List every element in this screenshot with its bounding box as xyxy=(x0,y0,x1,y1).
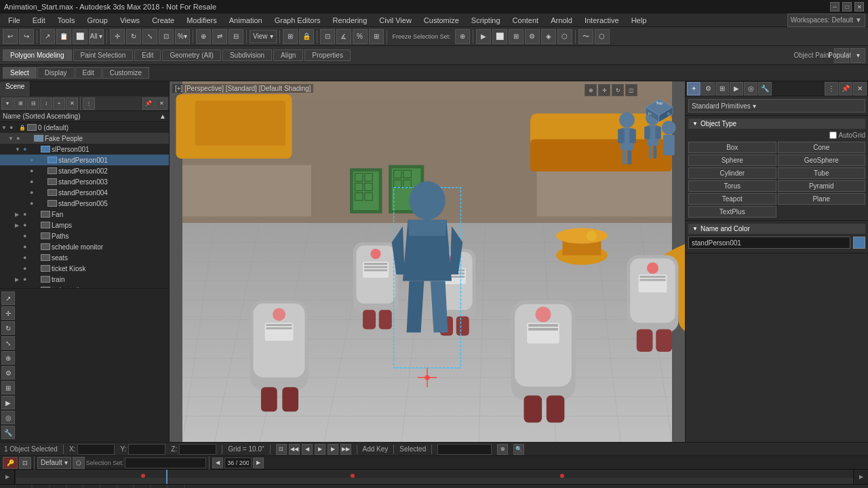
eye-icon[interactable]: ● xyxy=(30,200,38,207)
maximize-button[interactable]: □ xyxy=(842,2,852,12)
autogrid-checkbox[interactable] xyxy=(829,131,837,139)
snaps-toggle[interactable]: ⊡ xyxy=(320,29,335,44)
list-item[interactable]: ● standPerson004 xyxy=(0,187,169,198)
scale-button[interactable]: ⤡ xyxy=(142,29,157,44)
display-tab-btn[interactable]: ◎ xyxy=(744,82,757,96)
utilities-tab-btn[interactable]: 🔧 xyxy=(758,82,772,96)
select-filter-dropdown[interactable]: All ▾ xyxy=(89,29,104,44)
vp-orbit-btn[interactable]: ↻ xyxy=(612,84,624,96)
left-tool-select[interactable]: ↗ xyxy=(1,291,15,305)
next-key-btn[interactable]: ▶ xyxy=(328,444,338,455)
obj-btn-sphere[interactable]: Sphere xyxy=(688,155,776,166)
tab-geometry-all[interactable]: Geometry (All) xyxy=(162,49,220,61)
play-btn[interactable]: ▶ xyxy=(315,444,326,455)
primitives-dropdown[interactable]: Standard Primitives ▾ xyxy=(688,99,865,113)
object-name-input[interactable] xyxy=(688,237,850,249)
zoom-input-btn[interactable]: ⊕ xyxy=(497,444,508,455)
obj-btn-box[interactable]: Box xyxy=(688,142,776,153)
subtab-customize[interactable]: Customize xyxy=(102,67,149,79)
subtab-edit[interactable]: Edit xyxy=(75,67,102,79)
eye-icon[interactable]: ● xyxy=(23,232,31,239)
selection-set-input[interactable] xyxy=(125,458,206,468)
eye-icon[interactable]: ● xyxy=(9,124,18,131)
list-item[interactable]: ▼ ● 🔒 0 (default) xyxy=(0,122,169,133)
scene-collapse-btn[interactable]: ⊟ xyxy=(27,98,39,110)
list-item[interactable]: ▶ ● train xyxy=(0,274,169,285)
populate-button[interactable]: Populate xyxy=(834,48,849,63)
obj-btn-pyramid[interactable]: Pyramid xyxy=(778,180,866,192)
list-item[interactable]: ● Paths xyxy=(0,230,169,241)
navigation-cube[interactable]: Top Fr R xyxy=(639,87,679,127)
create-tab-btn[interactable]: ✦ xyxy=(687,82,701,96)
prev-key-btn[interactable]: ◀ xyxy=(302,444,313,455)
mirror-button[interactable]: ⇌ xyxy=(212,29,227,44)
material-editor-btn[interactable]: ⬡ xyxy=(557,29,572,44)
eye-icon[interactable]: ● xyxy=(23,243,31,250)
selected-set-input[interactable] xyxy=(437,444,492,455)
left-tool-utilities[interactable]: 🔧 xyxy=(1,426,15,439)
left-tool-hierarchy[interactable]: ⊞ xyxy=(1,381,15,394)
menu-edit[interactable]: Edit xyxy=(27,16,51,25)
scene-options-btn[interactable]: ⋮ xyxy=(83,98,95,110)
render-frame-btn[interactable]: ⬜ xyxy=(492,29,507,44)
left-tool-create[interactable]: ⊕ xyxy=(1,351,15,365)
list-item[interactable]: ▼ ● slPerson001 xyxy=(0,144,169,155)
menu-animation[interactable]: Animation xyxy=(224,16,268,25)
menu-scripting[interactable]: Scripting xyxy=(466,16,506,25)
y-coord-field[interactable]: Y: xyxy=(120,444,165,455)
left-tool-rotate[interactable]: ↻ xyxy=(1,321,15,335)
create-sel-button[interactable]: ⊕ xyxy=(455,29,470,44)
eye-icon[interactable]: ● xyxy=(23,276,31,283)
timeline-expand-btn[interactable]: ▶ xyxy=(0,470,15,484)
menu-help[interactable]: Help xyxy=(626,16,652,25)
align-button[interactable]: ⊟ xyxy=(229,29,243,44)
mode-dropdown[interactable]: Default ▾ xyxy=(37,457,71,469)
select-by-name-button[interactable]: 📋 xyxy=(56,29,71,44)
object-type-header[interactable]: ▼ Object Type xyxy=(688,119,865,129)
eye-icon[interactable]: ● xyxy=(23,146,31,152)
tab-properties[interactable]: Properties xyxy=(304,49,351,61)
rp-close-btn[interactable]: ✕ xyxy=(853,82,867,96)
eye-icon[interactable]: ● xyxy=(30,167,38,174)
scene-pin-btn[interactable]: 📌 xyxy=(142,98,155,110)
close-button[interactable]: ✕ xyxy=(854,2,864,12)
tab-subdivision[interactable]: Subdivision xyxy=(222,49,272,61)
list-item[interactable]: ● standPerson001 xyxy=(0,155,169,165)
eye-icon[interactable]: ● xyxy=(23,254,31,261)
scene-filter-btn[interactable]: ▾ xyxy=(1,98,14,110)
render-settings-btn[interactable]: ⚙ xyxy=(525,29,540,44)
rp-options-btn[interactable]: ⋮ xyxy=(825,82,838,96)
eye-icon[interactable]: ● xyxy=(16,135,24,142)
extra-options-btn[interactable]: ▾ xyxy=(850,48,865,63)
curve-editor-btn[interactable]: 〜 xyxy=(578,29,593,44)
menu-interactive[interactable]: Interactive xyxy=(579,16,625,25)
left-tool-display[interactable]: ◎ xyxy=(1,411,15,424)
vp-zoom-btn[interactable]: ⊕ xyxy=(585,84,597,96)
view-dropdown[interactable]: View ▾ xyxy=(250,30,277,43)
left-tool-modify[interactable]: ⚙ xyxy=(1,366,15,380)
key-filters-btn[interactable]: ⊡ xyxy=(19,457,31,469)
list-item[interactable]: ▶ ● Lamps xyxy=(0,220,169,230)
subtab-select[interactable]: Select xyxy=(3,67,37,79)
scene-tab-main[interactable]: Scene xyxy=(0,81,31,96)
prev-frame-small-btn[interactable]: ◀ xyxy=(212,458,223,468)
list-item[interactable]: ▶ ● Fan xyxy=(0,209,169,220)
list-item[interactable]: ● standPerson003 xyxy=(0,176,169,187)
render-btn[interactable]: ▶ xyxy=(476,29,491,44)
menu-create[interactable]: Create xyxy=(146,16,180,25)
menu-content[interactable]: Content xyxy=(507,16,545,25)
tab-edit[interactable]: Edit xyxy=(134,49,161,61)
select-object-button[interactable]: ↗ xyxy=(40,29,55,44)
x-coord-field[interactable]: X: xyxy=(69,444,115,455)
eye-icon[interactable]: ● xyxy=(23,211,31,218)
keymode-btn[interactable]: ⊡ xyxy=(276,444,287,455)
list-item[interactable]: ● schedule monitor xyxy=(0,241,169,252)
schematic-btn[interactable]: ⬡ xyxy=(595,29,610,44)
menu-graph-editors[interactable]: Graph Editors xyxy=(269,16,326,25)
modify-tab-btn[interactable]: ⚙ xyxy=(701,82,715,96)
workspace-selector[interactable]: Workspaces: Default ▼ xyxy=(787,14,865,27)
timeline-playhead[interactable] xyxy=(166,470,167,484)
scale-type-dropdown[interactable]: ⊡ xyxy=(159,29,174,44)
menu-arnold[interactable]: Arnold xyxy=(545,16,578,25)
prev-frame-btn[interactable]: ◀◀ xyxy=(289,444,300,455)
